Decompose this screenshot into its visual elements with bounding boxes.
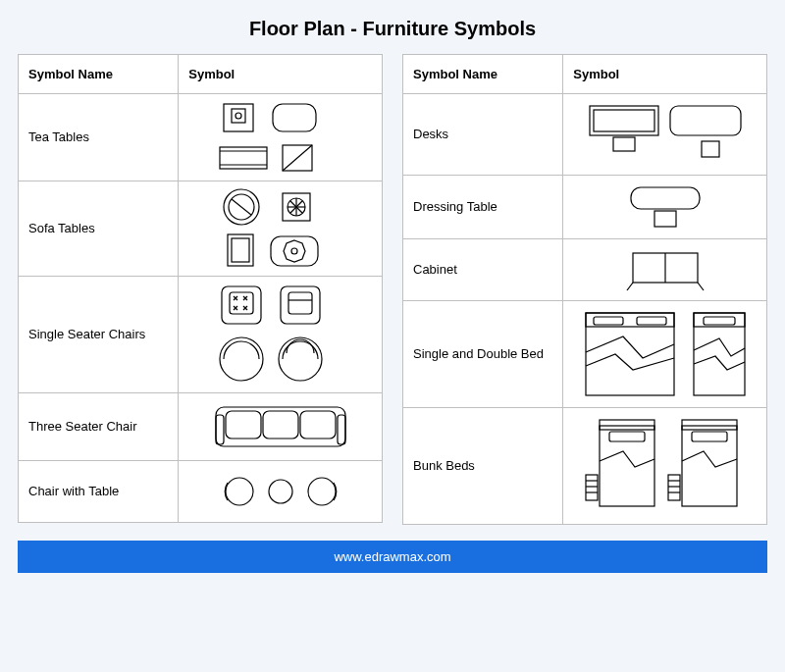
row-name: Cabinet xyxy=(403,239,563,301)
table-row: Single and Double Bed xyxy=(403,301,767,408)
desks-icon xyxy=(572,98,759,171)
row-name: Single and Double Bed xyxy=(403,301,563,408)
row-name: Desks xyxy=(403,94,563,176)
tables-container: Symbol Name Symbol Tea Tables xyxy=(18,54,767,525)
svg-rect-53 xyxy=(654,211,676,227)
svg-rect-72 xyxy=(682,426,737,506)
row-symbol xyxy=(179,181,383,277)
svg-rect-64 xyxy=(704,317,735,325)
row-symbol xyxy=(179,94,383,181)
svg-rect-19 xyxy=(232,238,249,262)
svg-line-56 xyxy=(627,283,633,290)
svg-rect-62 xyxy=(694,313,745,395)
row-name: Chair with Table xyxy=(19,461,179,523)
dressing-table-icon xyxy=(572,180,759,234)
svg-rect-49 xyxy=(613,137,635,151)
svg-marker-21 xyxy=(284,240,305,262)
svg-point-22 xyxy=(291,248,297,254)
col-symbol-name: Symbol Name xyxy=(403,55,563,94)
table-header-row: Symbol Name Symbol xyxy=(403,55,767,94)
row-symbol xyxy=(179,277,383,393)
svg-rect-4 xyxy=(220,147,267,169)
row-symbol xyxy=(563,176,767,239)
table-row: Cabinet xyxy=(403,239,767,301)
svg-point-2 xyxy=(236,113,241,119)
svg-rect-43 xyxy=(338,415,345,444)
row-symbol xyxy=(563,239,767,301)
row-symbol xyxy=(563,301,767,408)
svg-point-36 xyxy=(220,337,263,381)
svg-point-44 xyxy=(226,478,253,505)
row-name: Tea Tables xyxy=(19,94,179,181)
cabinet-icon xyxy=(572,243,759,296)
svg-point-37 xyxy=(279,337,322,381)
svg-rect-1 xyxy=(232,109,245,123)
row-name: Sofa Tables xyxy=(19,181,179,277)
chair-with-table-icon xyxy=(192,465,369,518)
table-header-row: Symbol Name Symbol xyxy=(19,55,383,94)
svg-rect-24 xyxy=(230,292,253,314)
table-row: Desks xyxy=(403,94,767,176)
page-title: Floor Plan - Furniture Symbols xyxy=(18,18,767,40)
svg-rect-34 xyxy=(288,292,312,314)
left-table: Symbol Name Symbol Tea Tables xyxy=(18,54,383,523)
col-symbol: Symbol xyxy=(179,55,383,94)
three-seater-chair-icon xyxy=(192,397,369,456)
svg-rect-50 xyxy=(670,106,741,135)
svg-rect-67 xyxy=(609,432,645,441)
svg-rect-75 xyxy=(668,475,680,500)
row-name: Bunk Beds xyxy=(403,408,563,525)
svg-rect-61 xyxy=(637,317,666,325)
right-table: Symbol Name Symbol Desks Dressing Table xyxy=(402,54,767,525)
svg-rect-42 xyxy=(216,415,224,444)
svg-rect-73 xyxy=(682,420,737,430)
table-row: Three Seater Chair xyxy=(19,393,383,461)
svg-rect-65 xyxy=(600,426,654,506)
row-name: Dressing Table xyxy=(403,176,563,239)
svg-point-46 xyxy=(308,478,336,505)
svg-rect-51 xyxy=(702,141,719,157)
svg-rect-48 xyxy=(594,110,654,131)
svg-rect-60 xyxy=(594,317,623,325)
svg-line-11 xyxy=(232,199,251,215)
svg-rect-52 xyxy=(631,187,700,209)
col-symbol: Symbol xyxy=(563,55,767,94)
svg-rect-58 xyxy=(586,313,674,395)
row-symbol xyxy=(179,461,383,523)
row-name: Single Seater Chairs xyxy=(19,277,179,393)
svg-rect-39 xyxy=(226,411,261,439)
svg-point-45 xyxy=(269,480,292,503)
svg-rect-41 xyxy=(300,411,336,439)
tea-tables-icon xyxy=(192,98,369,177)
table-row: Sofa Tables xyxy=(19,181,383,277)
svg-rect-38 xyxy=(216,407,345,446)
table-row: Dressing Table xyxy=(403,176,767,239)
svg-rect-3 xyxy=(273,104,316,131)
svg-rect-0 xyxy=(224,104,253,131)
footer-bar: www.edrawmax.com xyxy=(18,541,767,573)
col-symbol-name: Symbol Name xyxy=(19,55,179,94)
row-symbol xyxy=(563,94,767,176)
table-row: Bunk Beds xyxy=(403,408,767,525)
svg-rect-40 xyxy=(263,411,298,439)
svg-line-8 xyxy=(283,145,312,171)
single-seater-chairs-icon xyxy=(192,281,369,388)
footer-link[interactable]: www.edrawmax.com xyxy=(334,549,450,564)
svg-line-57 xyxy=(698,283,704,290)
svg-rect-68 xyxy=(586,475,598,500)
svg-rect-74 xyxy=(692,432,727,441)
row-symbol xyxy=(563,408,767,525)
bunk-beds-icon xyxy=(572,412,759,520)
row-name: Three Seater Chair xyxy=(19,393,179,461)
table-row: Tea Tables xyxy=(19,94,383,181)
svg-rect-66 xyxy=(600,420,654,430)
table-row: Chair with Table xyxy=(19,461,383,523)
sofa-tables-icon xyxy=(192,185,369,272)
table-row: Single Seater Chairs xyxy=(19,277,383,393)
single-double-bed-icon xyxy=(572,305,759,403)
row-symbol xyxy=(179,393,383,461)
